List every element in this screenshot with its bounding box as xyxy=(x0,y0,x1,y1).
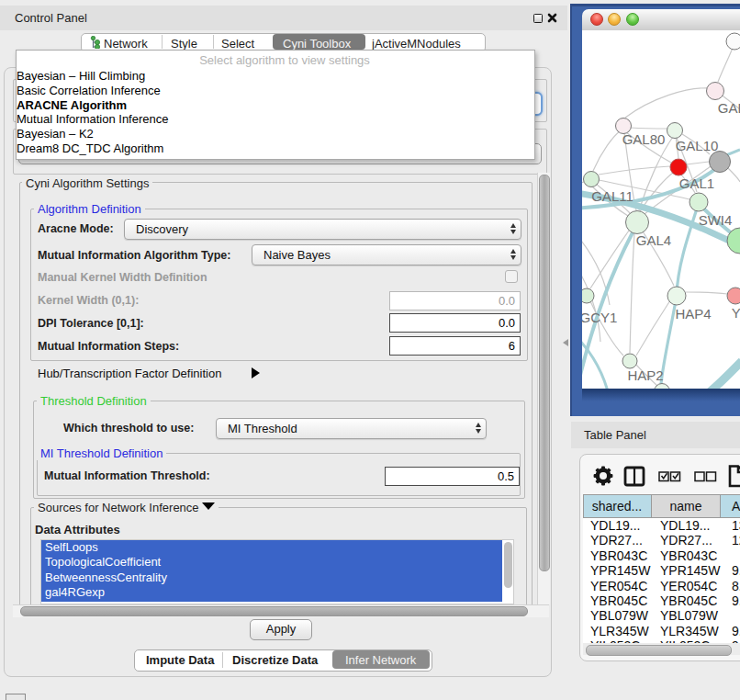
svg-text:GAL11: GAL11 xyxy=(591,188,633,204)
svg-text:GAL80: GAL80 xyxy=(622,131,666,147)
svg-text:GAL10: GAL10 xyxy=(676,138,719,153)
svg-text:HAP2: HAP2 xyxy=(627,367,663,383)
svg-text:GAL4: GAL4 xyxy=(636,232,671,248)
svg-text:HAP4: HAP4 xyxy=(675,306,711,322)
svg-text:YM: YM xyxy=(732,305,740,321)
svg-text:GAL7: GAL7 xyxy=(718,100,740,116)
svg-text:GAL1: GAL1 xyxy=(679,175,714,191)
svg-text:SWI4: SWI4 xyxy=(699,212,733,228)
svg-text:GCY1: GCY1 xyxy=(582,310,617,325)
